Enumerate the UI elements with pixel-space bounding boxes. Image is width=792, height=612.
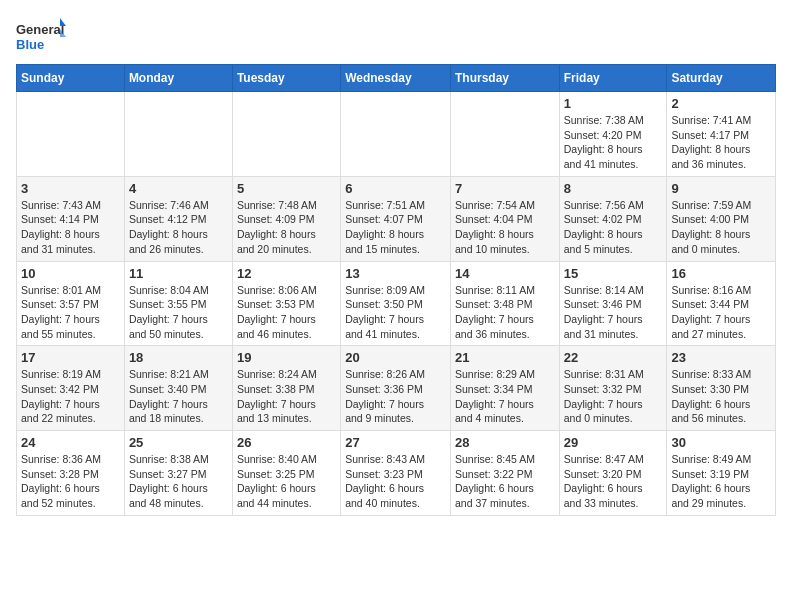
calendar-header-cell: Sunday bbox=[17, 65, 125, 92]
svg-text:Blue: Blue bbox=[16, 37, 44, 52]
calendar-cell bbox=[450, 92, 559, 177]
calendar-cell: 23Sunrise: 8:33 AM Sunset: 3:30 PM Dayli… bbox=[667, 346, 776, 431]
calendar-week-row: 24Sunrise: 8:36 AM Sunset: 3:28 PM Dayli… bbox=[17, 431, 776, 516]
day-number: 27 bbox=[345, 435, 446, 450]
calendar-cell: 3Sunrise: 7:43 AM Sunset: 4:14 PM Daylig… bbox=[17, 176, 125, 261]
day-info: Sunrise: 8:24 AM Sunset: 3:38 PM Dayligh… bbox=[237, 367, 336, 426]
day-info: Sunrise: 8:38 AM Sunset: 3:27 PM Dayligh… bbox=[129, 452, 228, 511]
calendar-cell: 25Sunrise: 8:38 AM Sunset: 3:27 PM Dayli… bbox=[124, 431, 232, 516]
calendar-cell: 24Sunrise: 8:36 AM Sunset: 3:28 PM Dayli… bbox=[17, 431, 125, 516]
day-number: 13 bbox=[345, 266, 446, 281]
svg-text:General: General bbox=[16, 22, 64, 37]
calendar-cell: 14Sunrise: 8:11 AM Sunset: 3:48 PM Dayli… bbox=[450, 261, 559, 346]
day-info: Sunrise: 8:26 AM Sunset: 3:36 PM Dayligh… bbox=[345, 367, 446, 426]
day-info: Sunrise: 7:43 AM Sunset: 4:14 PM Dayligh… bbox=[21, 198, 120, 257]
day-info: Sunrise: 8:21 AM Sunset: 3:40 PM Dayligh… bbox=[129, 367, 228, 426]
day-info: Sunrise: 8:09 AM Sunset: 3:50 PM Dayligh… bbox=[345, 283, 446, 342]
day-info: Sunrise: 7:51 AM Sunset: 4:07 PM Dayligh… bbox=[345, 198, 446, 257]
day-number: 14 bbox=[455, 266, 555, 281]
day-number: 18 bbox=[129, 350, 228, 365]
day-number: 7 bbox=[455, 181, 555, 196]
calendar-week-row: 17Sunrise: 8:19 AM Sunset: 3:42 PM Dayli… bbox=[17, 346, 776, 431]
day-info: Sunrise: 8:16 AM Sunset: 3:44 PM Dayligh… bbox=[671, 283, 771, 342]
calendar-cell: 17Sunrise: 8:19 AM Sunset: 3:42 PM Dayli… bbox=[17, 346, 125, 431]
day-number: 10 bbox=[21, 266, 120, 281]
day-info: Sunrise: 8:31 AM Sunset: 3:32 PM Dayligh… bbox=[564, 367, 663, 426]
day-number: 2 bbox=[671, 96, 771, 111]
day-number: 6 bbox=[345, 181, 446, 196]
day-info: Sunrise: 8:36 AM Sunset: 3:28 PM Dayligh… bbox=[21, 452, 120, 511]
day-info: Sunrise: 7:46 AM Sunset: 4:12 PM Dayligh… bbox=[129, 198, 228, 257]
calendar-cell: 2Sunrise: 7:41 AM Sunset: 4:17 PM Daylig… bbox=[667, 92, 776, 177]
day-info: Sunrise: 7:54 AM Sunset: 4:04 PM Dayligh… bbox=[455, 198, 555, 257]
day-info: Sunrise: 7:56 AM Sunset: 4:02 PM Dayligh… bbox=[564, 198, 663, 257]
calendar-header-cell: Monday bbox=[124, 65, 232, 92]
day-number: 26 bbox=[237, 435, 336, 450]
calendar-header-cell: Saturday bbox=[667, 65, 776, 92]
day-number: 8 bbox=[564, 181, 663, 196]
calendar-cell bbox=[341, 92, 451, 177]
calendar-cell: 1Sunrise: 7:38 AM Sunset: 4:20 PM Daylig… bbox=[559, 92, 667, 177]
logo-svg: General Blue bbox=[16, 16, 66, 56]
day-info: Sunrise: 7:59 AM Sunset: 4:00 PM Dayligh… bbox=[671, 198, 771, 257]
day-info: Sunrise: 8:43 AM Sunset: 3:23 PM Dayligh… bbox=[345, 452, 446, 511]
calendar-week-row: 1Sunrise: 7:38 AM Sunset: 4:20 PM Daylig… bbox=[17, 92, 776, 177]
calendar-cell: 4Sunrise: 7:46 AM Sunset: 4:12 PM Daylig… bbox=[124, 176, 232, 261]
calendar-cell: 10Sunrise: 8:01 AM Sunset: 3:57 PM Dayli… bbox=[17, 261, 125, 346]
day-number: 21 bbox=[455, 350, 555, 365]
calendar-header-row: SundayMondayTuesdayWednesdayThursdayFrid… bbox=[17, 65, 776, 92]
day-number: 30 bbox=[671, 435, 771, 450]
day-number: 11 bbox=[129, 266, 228, 281]
calendar-header-cell: Thursday bbox=[450, 65, 559, 92]
logo: General Blue bbox=[16, 16, 66, 56]
day-number: 25 bbox=[129, 435, 228, 450]
calendar-week-row: 10Sunrise: 8:01 AM Sunset: 3:57 PM Dayli… bbox=[17, 261, 776, 346]
day-info: Sunrise: 8:19 AM Sunset: 3:42 PM Dayligh… bbox=[21, 367, 120, 426]
calendar-header-cell: Friday bbox=[559, 65, 667, 92]
calendar-cell: 19Sunrise: 8:24 AM Sunset: 3:38 PM Dayli… bbox=[232, 346, 340, 431]
calendar-cell: 8Sunrise: 7:56 AM Sunset: 4:02 PM Daylig… bbox=[559, 176, 667, 261]
day-info: Sunrise: 8:01 AM Sunset: 3:57 PM Dayligh… bbox=[21, 283, 120, 342]
day-info: Sunrise: 8:33 AM Sunset: 3:30 PM Dayligh… bbox=[671, 367, 771, 426]
calendar-cell: 16Sunrise: 8:16 AM Sunset: 3:44 PM Dayli… bbox=[667, 261, 776, 346]
day-number: 12 bbox=[237, 266, 336, 281]
calendar-cell: 5Sunrise: 7:48 AM Sunset: 4:09 PM Daylig… bbox=[232, 176, 340, 261]
calendar-cell: 9Sunrise: 7:59 AM Sunset: 4:00 PM Daylig… bbox=[667, 176, 776, 261]
calendar-cell: 11Sunrise: 8:04 AM Sunset: 3:55 PM Dayli… bbox=[124, 261, 232, 346]
day-info: Sunrise: 8:04 AM Sunset: 3:55 PM Dayligh… bbox=[129, 283, 228, 342]
day-info: Sunrise: 8:45 AM Sunset: 3:22 PM Dayligh… bbox=[455, 452, 555, 511]
calendar-cell: 22Sunrise: 8:31 AM Sunset: 3:32 PM Dayli… bbox=[559, 346, 667, 431]
calendar-header-cell: Tuesday bbox=[232, 65, 340, 92]
svg-marker-2 bbox=[60, 18, 66, 26]
day-info: Sunrise: 7:48 AM Sunset: 4:09 PM Dayligh… bbox=[237, 198, 336, 257]
day-info: Sunrise: 8:47 AM Sunset: 3:20 PM Dayligh… bbox=[564, 452, 663, 511]
day-number: 9 bbox=[671, 181, 771, 196]
day-number: 28 bbox=[455, 435, 555, 450]
day-number: 3 bbox=[21, 181, 120, 196]
calendar-cell: 6Sunrise: 7:51 AM Sunset: 4:07 PM Daylig… bbox=[341, 176, 451, 261]
day-info: Sunrise: 8:29 AM Sunset: 3:34 PM Dayligh… bbox=[455, 367, 555, 426]
day-number: 1 bbox=[564, 96, 663, 111]
day-info: Sunrise: 8:49 AM Sunset: 3:19 PM Dayligh… bbox=[671, 452, 771, 511]
calendar-cell bbox=[124, 92, 232, 177]
day-number: 5 bbox=[237, 181, 336, 196]
day-number: 20 bbox=[345, 350, 446, 365]
day-number: 16 bbox=[671, 266, 771, 281]
day-info: Sunrise: 8:11 AM Sunset: 3:48 PM Dayligh… bbox=[455, 283, 555, 342]
day-number: 15 bbox=[564, 266, 663, 281]
calendar-cell: 29Sunrise: 8:47 AM Sunset: 3:20 PM Dayli… bbox=[559, 431, 667, 516]
day-info: Sunrise: 8:40 AM Sunset: 3:25 PM Dayligh… bbox=[237, 452, 336, 511]
calendar-cell: 12Sunrise: 8:06 AM Sunset: 3:53 PM Dayli… bbox=[232, 261, 340, 346]
day-number: 19 bbox=[237, 350, 336, 365]
page-header: General Blue bbox=[16, 16, 776, 56]
day-info: Sunrise: 8:14 AM Sunset: 3:46 PM Dayligh… bbox=[564, 283, 663, 342]
calendar-table: SundayMondayTuesdayWednesdayThursdayFrid… bbox=[16, 64, 776, 516]
calendar-cell: 26Sunrise: 8:40 AM Sunset: 3:25 PM Dayli… bbox=[232, 431, 340, 516]
calendar-cell: 21Sunrise: 8:29 AM Sunset: 3:34 PM Dayli… bbox=[450, 346, 559, 431]
calendar-cell: 18Sunrise: 8:21 AM Sunset: 3:40 PM Dayli… bbox=[124, 346, 232, 431]
day-number: 24 bbox=[21, 435, 120, 450]
calendar-cell: 13Sunrise: 8:09 AM Sunset: 3:50 PM Dayli… bbox=[341, 261, 451, 346]
calendar-cell: 7Sunrise: 7:54 AM Sunset: 4:04 PM Daylig… bbox=[450, 176, 559, 261]
day-info: Sunrise: 8:06 AM Sunset: 3:53 PM Dayligh… bbox=[237, 283, 336, 342]
day-number: 17 bbox=[21, 350, 120, 365]
